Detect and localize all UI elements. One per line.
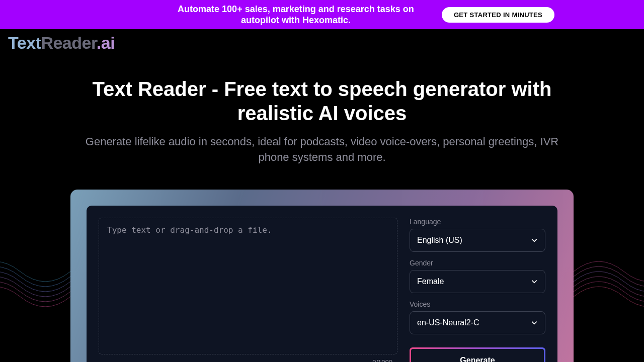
chevron-down-icon [531, 319, 538, 326]
gender-value: Female [417, 277, 444, 286]
chevron-down-icon [531, 278, 538, 285]
logo[interactable]: TextReader.ai [0, 29, 644, 57]
voices-label: Voices [410, 300, 545, 308]
wave-decoration-right [574, 231, 644, 342]
hero-section: Text Reader - Free text to speech genera… [0, 57, 644, 180]
banner-text: Automate 100+ sales, marketing and resea… [165, 4, 427, 26]
language-value: English (US) [417, 236, 462, 245]
generator-form: 0/1000 Upload file (.txt) Language Engli… [87, 206, 557, 362]
generator-card: 0/1000 Upload file (.txt) Language Engli… [70, 190, 574, 362]
language-label: Language [410, 218, 545, 226]
wave-decoration-left [0, 231, 70, 342]
text-input[interactable] [99, 218, 397, 354]
language-select[interactable]: English (US) [410, 229, 545, 252]
promo-banner: Automate 100+ sales, marketing and resea… [0, 0, 644, 29]
page-subtitle: Generate lifelike audio in seconds, idea… [70, 134, 574, 165]
voices-value: en-US-Neural2-C [417, 318, 479, 327]
chevron-down-icon [531, 237, 538, 244]
character-counter: 0/1000 [372, 358, 392, 362]
generate-button[interactable]: Generate [411, 349, 544, 362]
page-title: Text Reader - Free text to speech genera… [80, 77, 564, 125]
gender-label: Gender [410, 259, 545, 267]
voices-select[interactable]: en-US-Neural2-C [410, 311, 545, 334]
generate-button-wrap: Generate [410, 347, 545, 362]
gender-select[interactable]: Female [410, 270, 545, 293]
get-started-button[interactable]: GET STARTED IN MINUTES [442, 7, 554, 23]
